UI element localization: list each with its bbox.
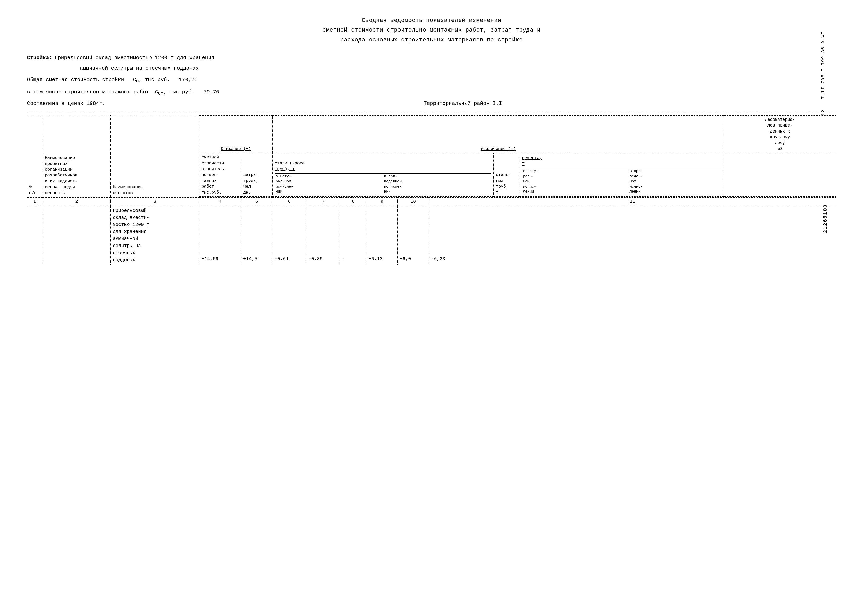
top-divider [27,112,836,112]
cost-formula: С0, тыс.руб. [127,75,176,86]
cell-org [43,206,111,264]
colnum-7: 7 [307,197,340,206]
colnum-2: 2 [43,197,111,206]
stroika-row: Стройка: Прирельсовый склад вместимостью… [27,53,836,74]
stroika-label: Стройка: [27,53,52,63]
cell-labor-decrease: +14,5 [241,206,272,264]
col-header-obj: Наименованиеобъектов [111,115,200,197]
col-header-changes: Снижение (+) Увеличение (-) Лесоматериа-… [200,115,836,197]
region-label: Территориальный район I.I [424,101,502,107]
colnum-8: 8 [340,197,366,206]
meta-footer: Составлена в ценах 1984г. Территориальны… [27,101,836,107]
colnum-3: 3 [111,197,200,206]
col-steel-red: в при-веденномисчисле-нии [383,173,491,195]
col-steel-pipe: сталь-ныхтруб,т [494,153,520,197]
doc-ref-label: Т.II.705-I-I99.86 А-VI [821,31,826,99]
cost-row: Общая сметная стоимость стройки С0, тыс.… [27,75,836,86]
cell-steel-nat: -0,61 [272,206,307,264]
colnum-11: II [429,197,836,206]
stroika-value: Прирельсовый склад вместимостью 1200 т д… [55,53,836,74]
document-title: Сводная ведомость показателей изменения … [27,16,836,45]
colnum-6: 6 [272,197,307,206]
cell-steel-red: -0,89 [307,206,340,264]
smr-label: в том числе строительно-монтажных работ [27,87,149,97]
col-cement-header: цемента,Т в нату-раль-номисчис-лении в п… [520,153,724,197]
cell-steel-pipe: - [340,206,366,264]
colnum-1: I [27,197,43,206]
cell-obj: Прирельсовыйсклад вмести-мостью 1200 тдл… [111,206,200,264]
col-header-num: №п/п [27,115,43,197]
col-steel-nat: в нату-ральномисчисле-нии [275,173,383,195]
cost-label: Общая сметная стоимость стройки [27,75,124,85]
col-cement-nat: в нату-раль-номисчис-лении [522,168,629,195]
colnum-5: 5 [241,197,272,206]
col-cost-dec: сметнойстоимостистроитель-но-мон-тажныхр… [200,153,241,197]
col-labor-dec: затраттруда,чел.дн. [241,153,272,197]
colnum-4: 4 [200,197,241,206]
cell-timber: -6,33 [429,206,836,264]
meta-block: Стройка: Прирельсовый склад вместимостью… [27,53,836,98]
compiled-label: Составлена в ценах 1984г. [27,101,105,107]
column-numbers-row: I 2 3 4 5 6 7 8 9 IO II [27,197,836,206]
smr-formula: ССМ, тыс.руб. [152,87,201,98]
cell-num [27,206,43,264]
table-row: Прирельсовыйсклад вмести-мостью 1200 тдл… [27,206,836,264]
smr-row: в том числе строительно-монтажных работ … [27,87,836,98]
side-labels: Т.II.705-I-I99.86 А-VI 12 [815,31,831,188]
cell-cost-decrease: +14,69 [200,206,241,264]
col-header-org: Наименованиепроектныхорганизацийразработ… [43,115,111,197]
main-table: №п/п Наименованиепроектныхорганизацийраз… [27,115,836,264]
cell-cement-nat: +6,13 [366,206,398,264]
smr-value: 79,76 [204,87,219,97]
page-num-label: 12 [821,110,826,116]
cost-value: 170,75 [179,75,198,85]
colnum-10: IO [398,197,429,206]
stamp-text: 21265100 [822,204,828,233]
colnum-9: 9 [366,197,398,206]
col-decrease-header: Снижение (+) [200,116,272,153]
col-steel-header: стали (крометруб), т в нату-ральномисчис… [272,153,494,197]
col-cement-red: в при-веден-номисчис-лении [629,168,722,195]
column-header-row: №п/п Наименованиепроектныхорганизацийраз… [27,115,836,197]
col-increase-header: Увеличение (-) [272,116,724,153]
cell-cement-red: +6,0 [398,206,429,264]
